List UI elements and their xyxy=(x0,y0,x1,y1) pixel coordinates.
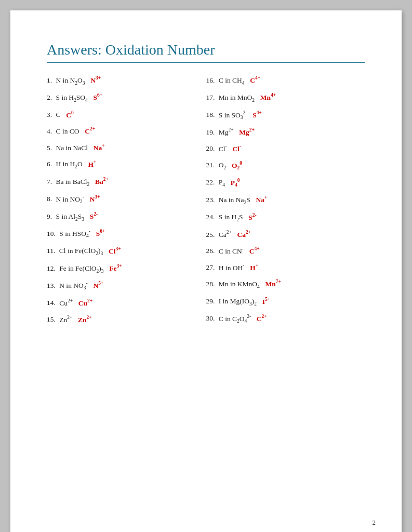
item-number: 1. xyxy=(47,75,54,86)
item-question: S in H2SO4 xyxy=(56,92,91,104)
item-question: Fe in Fe(ClO2)3 xyxy=(59,263,107,275)
item-answer: N5+ xyxy=(93,280,103,291)
item-number: 16. xyxy=(206,75,217,86)
list-item: 19. Mg2+ Mg2+ xyxy=(206,126,366,138)
list-item: 16. C in CH4 C4+ xyxy=(206,74,366,86)
item-answer: Ca2+ xyxy=(237,229,251,240)
right-column: 16. C in CH4 C4+17. Mn in MnO2 Mn4+18. S… xyxy=(206,74,366,330)
item-question: N in NO2- xyxy=(56,193,88,205)
item-answer: H+ xyxy=(88,158,96,170)
list-item: 3. C C0 xyxy=(47,109,206,121)
list-item: 21. O2 O20 xyxy=(206,159,366,171)
item-number: 12. xyxy=(47,263,57,274)
item-answer: Fe3+ xyxy=(109,262,122,274)
list-item: 10. S in HSO4- S6+ xyxy=(47,228,206,240)
item-answer: S2- xyxy=(248,211,256,223)
item-question: C xyxy=(56,110,64,120)
item-question: N in NO3- xyxy=(59,280,91,291)
list-item: 28. Mn in KMnO4 Mn7+ xyxy=(206,278,366,290)
item-question: H in H2O xyxy=(56,159,86,170)
item-question: Zn2+ xyxy=(59,314,76,325)
list-item: 11. Cl in Fe(ClO2)3 Cl3+ xyxy=(47,245,206,257)
item-question: Cl- xyxy=(219,143,231,154)
item-number: 11. xyxy=(47,246,57,256)
item-number: 10. xyxy=(47,229,57,239)
item-number: 9. xyxy=(47,211,54,222)
list-item: 15. Zn2+ Zn2+ xyxy=(47,314,206,325)
item-answer: N3+ xyxy=(90,193,100,205)
item-question: S in HSO4- xyxy=(59,228,94,240)
item-answer: Mn7+ xyxy=(265,278,281,289)
item-question: H in OH- xyxy=(219,262,248,273)
item-answer: Cu2+ xyxy=(78,297,92,309)
item-number: 3. xyxy=(47,110,54,120)
item-question: Cu2+ xyxy=(59,297,76,309)
item-number: 2. xyxy=(47,92,54,103)
item-question: C in CO xyxy=(56,126,83,137)
item-question: C in CH4 xyxy=(219,75,248,87)
item-number: 15. xyxy=(47,314,57,325)
item-answer: Ba2+ xyxy=(95,176,109,187)
list-item: 1. N in N2O3 N3+ xyxy=(47,74,206,86)
list-item: 23. Na in Na2S Na+ xyxy=(206,194,366,206)
item-number: 4. xyxy=(47,126,54,137)
item-question: Mn in KMnO4 xyxy=(219,279,263,290)
item-question: Mn in MnO2 xyxy=(219,92,258,104)
item-number: 28. xyxy=(206,279,217,289)
title-divider xyxy=(47,62,365,63)
item-number: 27. xyxy=(206,262,217,273)
item-question: Na in Na2S xyxy=(219,195,254,206)
item-answer: C2+ xyxy=(257,313,267,324)
list-item: 20. Cl- Cl- xyxy=(206,143,366,154)
item-number: 13. xyxy=(47,281,57,291)
item-question: Cl in Fe(ClO2)3 xyxy=(59,246,107,257)
item-answer: N3+ xyxy=(90,74,101,86)
item-answer: C0 xyxy=(66,109,73,121)
list-item: 4. C in CO C2+ xyxy=(47,125,206,137)
item-question: Ca2+ xyxy=(219,229,235,240)
item-question: I in Mg(IO3)2 xyxy=(219,296,260,308)
item-number: 30. xyxy=(206,313,217,324)
item-number: 6. xyxy=(47,159,54,169)
item-answer: S6+ xyxy=(93,91,102,103)
item-number: 18. xyxy=(206,110,217,120)
item-question: Mg2+ xyxy=(219,126,237,138)
item-number: 24. xyxy=(206,212,217,222)
item-answer: C4+ xyxy=(250,74,260,86)
list-item: 7. Ba in BaCl2 Ba2+ xyxy=(47,176,206,188)
list-item: 12. Fe in Fe(ClO2)3 Fe3+ xyxy=(47,262,206,274)
item-question: Na in NaCl xyxy=(56,143,91,153)
page: Answers: Oxidation Number 1. N in N2O3 N… xyxy=(10,10,402,532)
item-question: S in Al2S3 xyxy=(56,211,88,223)
item-answer: C4+ xyxy=(249,245,260,257)
item-answer: S2- xyxy=(90,210,98,222)
list-item: 18. S in SO32- S4+ xyxy=(206,109,366,121)
item-question: P4 xyxy=(219,177,229,189)
item-answer: O20 xyxy=(232,159,242,171)
item-question: S in SO32- xyxy=(219,109,250,121)
item-answer: H+ xyxy=(250,262,258,273)
list-item: 14. Cu2+ Cu2+ xyxy=(47,297,206,309)
item-number: 20. xyxy=(206,143,217,154)
item-answer: C2+ xyxy=(85,125,95,137)
item-answer: P40 xyxy=(231,177,240,189)
list-item: 30. C in C2O42- C2+ xyxy=(206,313,366,325)
item-number: 7. xyxy=(47,177,54,187)
item-number: 25. xyxy=(206,230,217,240)
item-number: 17. xyxy=(206,92,217,103)
item-answer: S4+ xyxy=(252,109,262,121)
item-answer: Na+ xyxy=(94,142,105,153)
item-number: 29. xyxy=(206,296,217,307)
item-number: 19. xyxy=(206,127,217,138)
item-answer: I5+ xyxy=(262,296,270,307)
list-item: 25. Ca2+ Ca2+ xyxy=(206,229,366,240)
item-answer: Cl3+ xyxy=(109,245,121,257)
list-item: 29. I in Mg(IO3)2 I5+ xyxy=(206,296,366,308)
item-answer: Na+ xyxy=(256,194,267,205)
item-number: 8. xyxy=(47,194,54,204)
item-question: C in C2O42- xyxy=(219,313,255,325)
item-answer: Zn2+ xyxy=(78,314,92,325)
list-item: 9. S in Al2S3 S2- xyxy=(47,210,206,222)
item-question: Ba in BaCl2 xyxy=(56,177,93,188)
list-item: 26. C in CN- C4+ xyxy=(206,245,366,257)
